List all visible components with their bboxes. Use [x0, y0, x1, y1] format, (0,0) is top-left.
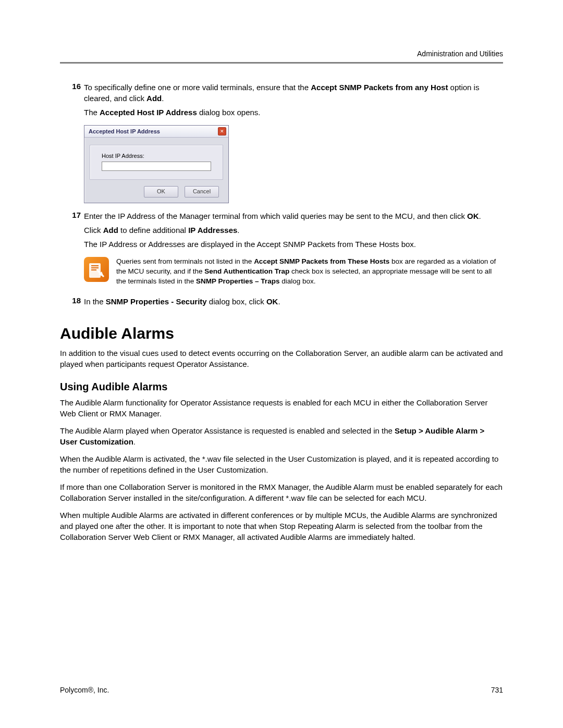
text: to define additional [118, 226, 188, 235]
text: Enter the IP Address of the Manager term… [84, 212, 467, 220]
accepted-host-ip-dialog: Accepted Host IP Address ✕ Host IP Addre… [84, 125, 229, 203]
text: dialog box opens. [197, 108, 261, 117]
text: . [479, 212, 481, 220]
bold-text: OK [467, 212, 479, 220]
registered-symbol: ® [88, 686, 93, 694]
svg-rect-2 [91, 267, 99, 268]
header-section-label: Administration and Utilities [60, 50, 503, 58]
document-page: Administration and Utilities 16 To speci… [0, 0, 563, 728]
bold-text: Send Authentication Trap [204, 267, 289, 275]
text: dialog box, click [207, 297, 266, 306]
page-number: 731 [491, 686, 503, 694]
paragraph: When multiple Audible Alarms are activat… [60, 510, 503, 542]
page-footer: Polycom®, Inc. 731 [60, 686, 503, 694]
bold-text: Accept SNMP Packets from any Host [311, 83, 448, 92]
step-17: 17 Enter the IP Address of the Manager t… [60, 211, 503, 253]
svg-rect-3 [91, 269, 96, 270]
section-intro: In addition to the visual cues used to d… [60, 348, 503, 369]
text: In the [84, 297, 106, 306]
note-text: Queries sent from terminals not listed i… [116, 257, 503, 287]
paragraph: The Audible Alarm functionality for Oper… [60, 397, 503, 419]
bold-text: Add [146, 94, 162, 103]
text: . [237, 226, 239, 235]
step-body: To specifically define one or more valid… [84, 82, 503, 121]
text: , Inc. [93, 686, 109, 694]
cancel-button[interactable]: Cancel [185, 186, 219, 198]
step-number: 17 [60, 211, 84, 253]
bold-text: SNMP Properties – Traps [196, 277, 279, 285]
dialog-content: Host IP Address: [90, 145, 223, 180]
text: The IP Address or Addresses are displaye… [84, 239, 503, 250]
bold-text: IP Addresses [188, 226, 237, 235]
dialog-titlebar: Accepted Host IP Address ✕ [84, 126, 228, 138]
bold-text: OK [266, 297, 278, 306]
svg-rect-1 [91, 265, 99, 266]
step-16: 16 To specifically define one or more va… [60, 82, 503, 121]
bold-text: Add [103, 226, 118, 235]
text: . [162, 94, 164, 103]
text: . [278, 297, 280, 306]
text: Polycom [60, 686, 88, 694]
paragraph: If more than one Collaboration Server is… [60, 482, 503, 503]
warning-note-icon [84, 257, 109, 282]
text: Queries sent from terminals not listed i… [116, 257, 254, 265]
step-body: In the SNMP Properties - Security dialog… [84, 296, 503, 310]
bold-text: SNMP Properties - Security [106, 297, 207, 306]
security-note: Queries sent from terminals not listed i… [84, 257, 503, 287]
close-icon[interactable]: ✕ [218, 127, 226, 135]
bold-text: Accepted Host IP Address [100, 108, 197, 117]
header-rule [60, 62, 503, 64]
text: . [133, 437, 136, 446]
paragraph: When the Audible Alarm is activated, the… [60, 453, 503, 475]
step-body: Enter the IP Address of the Manager term… [84, 211, 503, 253]
footer-company: Polycom®, Inc. [60, 686, 109, 694]
section-heading-audible-alarms: Audible Alarms [60, 325, 503, 342]
text: To specifically define one or more valid… [84, 83, 311, 92]
step-number: 16 [60, 82, 84, 121]
step-18: 18 In the SNMP Properties - Security dia… [60, 296, 503, 310]
paragraph: The Audible Alarm played when Operator A… [60, 425, 503, 447]
host-ip-input[interactable] [102, 162, 211, 171]
text: dialog box. [279, 277, 315, 285]
dialog-title: Accepted Host IP Address [89, 128, 160, 134]
text: The Audible Alarm played when Operator A… [60, 426, 395, 435]
step-number: 18 [60, 296, 84, 310]
text: The [84, 108, 100, 117]
ok-button[interactable]: OK [144, 186, 178, 198]
sub-heading-using-audible-alarms: Using Audible Alarms [60, 381, 503, 393]
dialog-button-row: OK Cancel [84, 184, 228, 203]
text: Click [84, 226, 103, 235]
bold-text: Accept SNMP Packets from These Hosts [254, 257, 389, 265]
host-ip-label: Host IP Address: [102, 153, 216, 159]
